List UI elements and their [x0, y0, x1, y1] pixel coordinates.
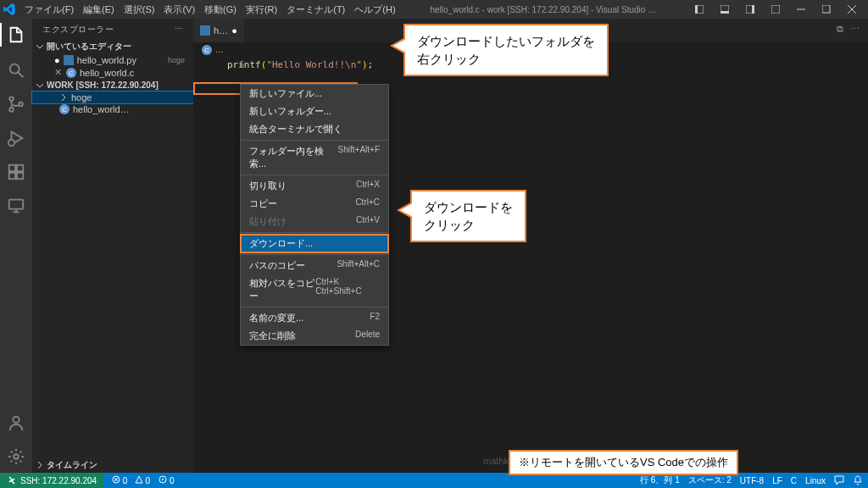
context-menu-item[interactable]: 統合ターミナルで開く — [241, 120, 388, 138]
extensions-icon[interactable] — [7, 163, 25, 181]
remote-explorer-icon[interactable] — [7, 197, 25, 215]
bell-icon[interactable] — [853, 475, 863, 485]
context-menu-item[interactable]: 完全に削除Delete — [241, 327, 388, 345]
window-maximize[interactable] — [814, 0, 839, 19]
status-spaces[interactable]: スペース: 2 — [688, 474, 732, 486]
context-menu-item[interactable]: 名前の変更...F2 — [241, 309, 388, 327]
window-close[interactable] — [839, 0, 865, 19]
explorer-sidebar: エクスプローラー ⋯ 開いているエディター ● hello_world.py h… — [32, 19, 193, 473]
svg-rect-20 — [9, 173, 15, 179]
layout-customize-icon[interactable] — [763, 0, 788, 19]
chevron-right-icon — [36, 461, 44, 469]
remote-icon — [7, 475, 17, 485]
warning-icon — [135, 475, 143, 484]
context-menu-item[interactable]: 新しいファイル... — [241, 85, 388, 103]
svg-point-39 — [162, 479, 164, 480]
folder-hoge[interactable]: hoge — [32, 92, 193, 103]
ports-icon — [159, 475, 167, 484]
error-icon — [112, 475, 120, 484]
status-position[interactable]: 行 6、列 1 — [640, 474, 680, 486]
status-encoding[interactable]: UTF-8 — [740, 476, 764, 485]
window-title: hello_world.c - work [SSH: 172.22.90.204… — [400, 5, 687, 14]
callout-right-click: ダウンロードしたいフォルダを右クリック — [403, 24, 609, 76]
status-problems[interactable]: 0 0 — [112, 475, 150, 485]
menu-run[interactable]: 実行(R) — [242, 2, 281, 18]
menu-terminal[interactable]: ターミナル(T) — [282, 2, 349, 18]
vscode-logo-icon — [3, 3, 15, 15]
timeline-section[interactable]: タイムライン — [32, 458, 193, 473]
file-hello-world-c[interactable]: C hello_world… — [32, 103, 193, 115]
python-file-icon — [200, 25, 210, 36]
svg-rect-8 — [822, 5, 830, 13]
layout-panel-icon[interactable] — [712, 0, 737, 19]
context-menu-item[interactable]: ダウンロード... — [241, 235, 388, 252]
context-menu-item[interactable]: 切り取りCtrl+X — [241, 177, 388, 195]
activity-bar — [0, 19, 32, 473]
feedback-icon[interactable] — [834, 475, 844, 485]
svg-point-25 — [13, 417, 19, 423]
debug-icon[interactable] — [7, 129, 25, 147]
title-bar: ファイル(F) 編集(E) 選択(S) 表示(V) 移動(G) 実行(R) ター… — [0, 0, 868, 19]
status-os[interactable]: Linux — [805, 476, 826, 485]
open-editor-item[interactable]: ● hello_world.py hoge — [32, 54, 193, 66]
svg-line-12 — [19, 73, 24, 78]
search-icon[interactable] — [7, 61, 25, 80]
chevron-down-icon — [36, 42, 44, 51]
svg-point-15 — [19, 103, 23, 107]
svg-rect-21 — [17, 173, 23, 179]
svg-point-17 — [8, 140, 14, 146]
close-icon[interactable]: ✕ — [54, 67, 63, 78]
context-menu: 新しいファイル...新しいフォルダー...統合ターミナルで開くフォルダー内を検索… — [240, 84, 389, 346]
svg-rect-22 — [9, 200, 24, 209]
menu-edit[interactable]: 編集(E) — [79, 2, 119, 18]
menu-select[interactable]: 選択(S) — [120, 2, 159, 18]
menu-view[interactable]: 表示(V) — [159, 2, 199, 18]
menu-file[interactable]: ファイル(F) — [20, 2, 78, 18]
chevron-down-icon — [36, 81, 44, 90]
svg-text:C: C — [69, 69, 74, 77]
svg-rect-27 — [64, 55, 74, 65]
workspace-header[interactable]: WORK [SSH: 172.22.90.204] — [32, 79, 193, 92]
context-menu-item[interactable]: パスのコピーShift+Alt+C — [241, 257, 388, 274]
svg-rect-32 — [200, 25, 210, 36]
svg-rect-6 — [771, 5, 780, 14]
more-icon[interactable]: ⋯ — [850, 24, 860, 37]
status-remote[interactable]: SSH: 172.22.90.204 — [0, 473, 103, 488]
gear-icon[interactable] — [7, 447, 25, 466]
layout-secondary-icon[interactable] — [737, 0, 763, 19]
account-icon[interactable] — [7, 413, 25, 432]
compare-icon[interactable]: ⧉ — [837, 24, 843, 37]
chevron-right-icon — [59, 93, 68, 102]
window-minimize[interactable] — [788, 0, 814, 19]
explorer-title: エクスプローラー — [42, 25, 114, 34]
svg-point-13 — [9, 97, 14, 101]
context-menu-item[interactable]: コピーCtrl+C — [241, 195, 388, 213]
tab-hello-world-py[interactable]: h… ● — [193, 19, 245, 42]
c-file-icon: C — [59, 104, 70, 114]
svg-rect-5 — [752, 5, 754, 14]
context-menu-item[interactable]: 相対パスをコピーCtrl+K Ctrl+Shift+C — [241, 274, 388, 305]
svg-rect-18 — [9, 165, 15, 171]
callout-footer-note: ※リモートを開いているVS Codeでの操作 — [509, 450, 738, 475]
open-editor-item[interactable]: ✕ C hello_world.c — [32, 66, 193, 79]
menu-go[interactable]: 移動(G) — [200, 2, 241, 18]
source-control-icon[interactable] — [7, 95, 25, 114]
status-language[interactable]: C — [791, 476, 797, 485]
svg-point-26 — [14, 454, 19, 459]
context-menu-item[interactable]: フォルダー内を検索...Shift+Alt+F — [241, 142, 388, 173]
svg-rect-1 — [695, 5, 698, 14]
files-icon — [7, 25, 25, 44]
context-menu-item[interactable]: 新しいフォルダー... — [241, 103, 388, 120]
menu-help[interactable]: ヘルプ(H) — [350, 2, 399, 18]
status-ports[interactable]: 0 — [159, 475, 174, 485]
c-file-icon: C — [66, 68, 76, 78]
svg-point-14 — [9, 108, 14, 112]
open-editors-header[interactable]: 開いているエディター — [32, 39, 193, 54]
c-file-icon: C — [202, 45, 212, 55]
status-eol[interactable]: LF — [772, 476, 782, 485]
activity-explorer[interactable] — [7, 25, 25, 46]
svg-rect-19 — [17, 165, 23, 171]
svg-text:C: C — [204, 47, 209, 54]
layout-primary-icon[interactable] — [687, 0, 712, 19]
callout-download: ダウンロードをクリック — [410, 190, 526, 242]
